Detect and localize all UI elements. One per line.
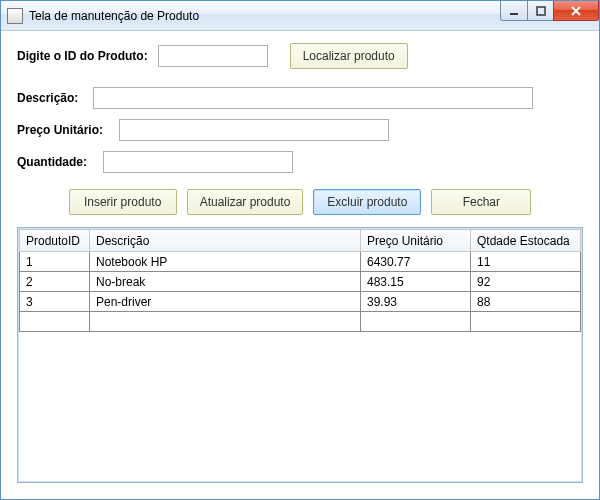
action-buttons: Inserir produto Atualizar produto Exclui… (17, 189, 583, 215)
table-row-empty[interactable] (20, 312, 581, 332)
cell-price: 483.15 (361, 272, 471, 292)
table-header-row: ProdutoID Descrição Preço Unitário Qtdad… (20, 230, 581, 252)
window-title: Tela de manutenção de Produto (29, 9, 501, 23)
cell-qty: 88 (471, 292, 581, 312)
minimize-button[interactable] (500, 1, 528, 21)
svg-rect-0 (510, 13, 518, 15)
cell-desc: Pen-driver (90, 292, 361, 312)
col-header-desc[interactable]: Descrição (90, 230, 361, 252)
table-row[interactable]: 2 No-break 483.15 92 (20, 272, 581, 292)
cell-id: 3 (20, 292, 90, 312)
cell-qty: 92 (471, 272, 581, 292)
svg-rect-1 (537, 7, 545, 15)
description-input[interactable] (93, 87, 533, 109)
id-row: Digite o ID do Produto: Localizar produt… (17, 43, 583, 69)
cell-id: 1 (20, 252, 90, 272)
product-id-input[interactable] (158, 45, 268, 67)
quantity-row: Quantidade: (17, 151, 583, 173)
col-header-id[interactable]: ProdutoID (20, 230, 90, 252)
locate-product-button[interactable]: Localizar produto (290, 43, 408, 69)
product-table: ProdutoID Descrição Preço Unitário Qtdad… (19, 229, 581, 332)
cell-desc: Notebook HP (90, 252, 361, 272)
description-label: Descrição: (17, 91, 87, 105)
product-id-label: Digite o ID do Produto: (17, 49, 148, 63)
cell-qty: 11 (471, 252, 581, 272)
cell-price: 39.93 (361, 292, 471, 312)
col-header-price[interactable]: Preço Unitário (361, 230, 471, 252)
insert-product-button[interactable]: Inserir produto (69, 189, 177, 215)
client-area: Digite o ID do Produto: Localizar produt… (1, 31, 599, 499)
close-button[interactable]: Fechar (431, 189, 531, 215)
titlebar: Tela de manutenção de Produto (1, 1, 599, 31)
maximize-button[interactable] (527, 1, 554, 21)
price-input[interactable] (119, 119, 389, 141)
cell-price: 6430.77 (361, 252, 471, 272)
cell-desc: No-break (90, 272, 361, 292)
product-grid[interactable]: ProdutoID Descrição Preço Unitário Qtdad… (17, 227, 583, 483)
app-icon (7, 8, 23, 24)
window-controls (501, 1, 599, 21)
col-header-qty[interactable]: Qtdade Estocada (471, 230, 581, 252)
cell-id: 2 (20, 272, 90, 292)
price-label: Preço Unitário: (17, 123, 113, 137)
table-row[interactable]: 3 Pen-driver 39.93 88 (20, 292, 581, 312)
description-row: Descrição: (17, 87, 583, 109)
delete-product-button[interactable]: Excluir produto (313, 189, 421, 215)
update-product-button[interactable]: Atualizar produto (187, 189, 304, 215)
table-row[interactable]: 1 Notebook HP 6430.77 11 (20, 252, 581, 272)
quantity-label: Quantidade: (17, 155, 97, 169)
close-window-button[interactable] (553, 1, 599, 21)
quantity-input[interactable] (103, 151, 293, 173)
price-row: Preço Unitário: (17, 119, 583, 141)
app-window: Tela de manutenção de Produto Digite o I… (0, 0, 600, 500)
